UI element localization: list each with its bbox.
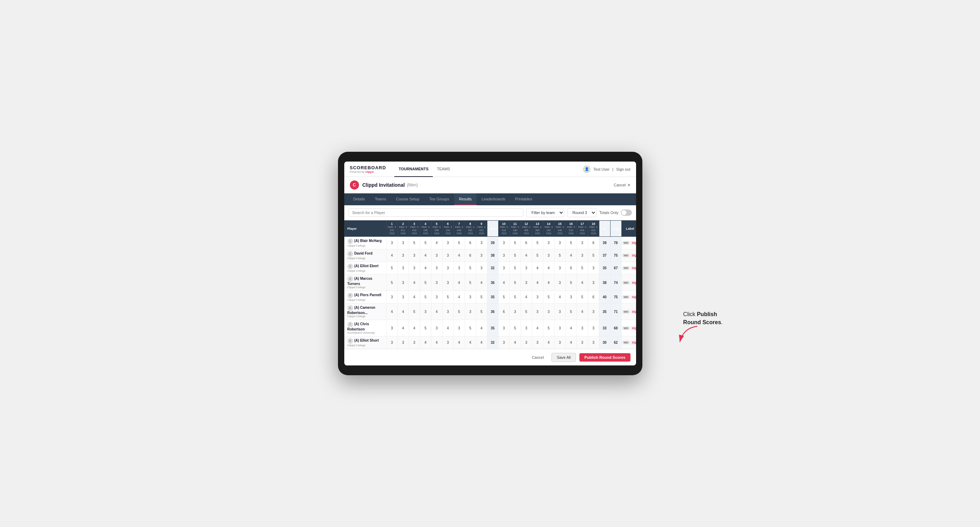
hole-13-score[interactable]: 4 — [532, 320, 543, 337]
wd-badge[interactable]: WD — [622, 341, 630, 344]
hole-1-score[interactable]: 3 — [386, 337, 398, 349]
hole-9-score[interactable]: 4 — [476, 337, 487, 349]
hole-2-score[interactable]: 3 — [398, 249, 409, 262]
hole-5-score[interactable]: 4 — [431, 237, 442, 249]
hole-12-score[interactable]: 3 — [520, 337, 532, 349]
save-all-button[interactable]: Save All — [551, 353, 576, 362]
publish-round-scores-button[interactable]: Publish Round Scores — [579, 353, 630, 362]
hole-18-score[interactable]: 3 — [588, 320, 599, 337]
hole-5-score[interactable]: 3 — [431, 275, 442, 291]
hole-15-score[interactable]: 3 — [554, 237, 565, 249]
dq-badge[interactable]: DQ — [631, 254, 636, 257]
hole-15-score[interactable]: 3 — [554, 303, 565, 320]
hole-13-score[interactable]: 4 — [532, 262, 543, 275]
hole-2-score[interactable]: 4 — [398, 320, 409, 337]
hole-6-score[interactable]: 3 — [442, 249, 453, 262]
hole-16-score[interactable]: 3 — [565, 291, 577, 303]
hole-6-score[interactable]: 3 — [442, 337, 453, 349]
dq-badge[interactable]: DQ — [631, 281, 636, 285]
hole-11-score[interactable]: 5 — [509, 249, 520, 262]
dq-badge[interactable]: DQ — [631, 310, 636, 314]
hole-1-score[interactable]: 4 — [386, 249, 398, 262]
hole-14-score[interactable]: 4 — [543, 337, 554, 349]
hole-10-score[interactable]: 3 — [498, 249, 509, 262]
hole-4-score[interactable]: 4 — [420, 262, 431, 275]
hole-15-score[interactable]: 3 — [554, 275, 565, 291]
hole-8-score[interactable]: 5 — [465, 275, 476, 291]
hole-14-score[interactable]: 3 — [543, 237, 554, 249]
hole-10-score[interactable]: 3 — [498, 237, 509, 249]
hole-11-score[interactable]: 3 — [509, 303, 520, 320]
hole-2-score[interactable]: 3 — [398, 337, 409, 349]
hole-11-score[interactable]: 5 — [509, 262, 520, 275]
hole-16-score[interactable]: 4 — [565, 249, 577, 262]
hole-8-score[interactable]: 6 — [465, 237, 476, 249]
hole-3-score[interactable]: 4 — [409, 275, 420, 291]
hole-4-score[interactable]: 5 — [420, 237, 431, 249]
hole-3-score[interactable]: 3 — [409, 249, 420, 262]
hole-2-score[interactable]: 3 — [398, 262, 409, 275]
hole-5-score[interactable]: 3 — [431, 291, 442, 303]
hole-2-score[interactable]: 3 — [398, 275, 409, 291]
hole-16-score[interactable]: 5 — [565, 237, 577, 249]
hole-5-score[interactable]: 3 — [431, 249, 442, 262]
hole-16-score[interactable]: 4 — [565, 337, 577, 349]
hole-11-score[interactable]: 5 — [509, 320, 520, 337]
hole-13-score[interactable]: 3 — [532, 303, 543, 320]
hole-1-score[interactable]: 5 — [386, 275, 398, 291]
dq-badge[interactable]: DQ — [631, 295, 636, 299]
hole-5-score[interactable]: 3 — [431, 320, 442, 337]
hole-10-score[interactable]: 4 — [498, 275, 509, 291]
hole-3-score[interactable]: 5 — [409, 237, 420, 249]
hole-18-score[interactable]: 6 — [588, 291, 599, 303]
hole-4-score[interactable]: 5 — [420, 291, 431, 303]
hole-18-score[interactable]: 3 — [588, 303, 599, 320]
dq-badge[interactable]: DQ — [631, 266, 636, 270]
hole-2-score[interactable]: 4 — [398, 303, 409, 320]
hole-1-score[interactable]: 3 — [386, 320, 398, 337]
tab-course-setup[interactable]: Course Setup — [391, 194, 425, 205]
hole-12-score[interactable]: 4 — [520, 249, 532, 262]
hole-7-score[interactable]: 4 — [453, 291, 465, 303]
hole-9-score[interactable]: 5 — [476, 303, 487, 320]
hole-1-score[interactable]: 4 — [386, 303, 398, 320]
hole-8-score[interactable]: 5 — [465, 320, 476, 337]
hole-18-score[interactable]: 5 — [588, 249, 599, 262]
hole-6-score[interactable]: 3 — [442, 303, 453, 320]
sign-out-link[interactable]: Sign out — [616, 167, 630, 171]
hole-9-score[interactable]: 3 — [476, 262, 487, 275]
nav-tournaments[interactable]: TOURNAMENTS — [394, 162, 433, 177]
hole-9-score[interactable]: 3 — [476, 249, 487, 262]
hole-17-score[interactable]: 5 — [577, 291, 588, 303]
hole-18-score[interactable]: 3 — [588, 262, 599, 275]
hole-17-score[interactable]: 3 — [577, 337, 588, 349]
hole-16-score[interactable]: 4 — [565, 320, 577, 337]
hole-17-score[interactable]: 4 — [577, 275, 588, 291]
wd-badge[interactable]: WD — [622, 310, 630, 314]
hole-15-score[interactable]: 3 — [554, 262, 565, 275]
filter-by-team-select[interactable]: Filter by team — [526, 208, 564, 217]
tab-results[interactable]: Results — [454, 194, 477, 205]
round-select[interactable]: Round 3 — [567, 208, 597, 217]
hole-17-score[interactable]: 4 — [577, 303, 588, 320]
hole-4-score[interactable]: 4 — [420, 249, 431, 262]
hole-12-score[interactable]: 4 — [520, 291, 532, 303]
totals-only-toggle[interactable] — [620, 210, 632, 216]
hole-14-score[interactable]: 5 — [543, 291, 554, 303]
dq-badge[interactable]: DQ — [631, 341, 636, 344]
hole-6-score[interactable]: 3 — [442, 262, 453, 275]
hole-7-score[interactable]: 3 — [453, 320, 465, 337]
hole-10-score[interactable]: 6 — [498, 303, 509, 320]
hole-7-score[interactable]: 5 — [453, 237, 465, 249]
hole-18-score[interactable]: 6 — [588, 237, 599, 249]
hole-6-score[interactable]: 5 — [442, 291, 453, 303]
hole-6-score[interactable]: 3 — [442, 237, 453, 249]
hole-13-score[interactable]: 3 — [532, 291, 543, 303]
hole-6-score[interactable]: 3 — [442, 275, 453, 291]
hole-5-score[interactable]: 3 — [431, 262, 442, 275]
hole-9-score[interactable]: 4 — [476, 320, 487, 337]
hole-3-score[interactable]: 5 — [409, 303, 420, 320]
hole-11-score[interactable]: 4 — [509, 337, 520, 349]
hole-8-score[interactable]: 3 — [465, 303, 476, 320]
hole-17-score[interactable]: 5 — [577, 262, 588, 275]
